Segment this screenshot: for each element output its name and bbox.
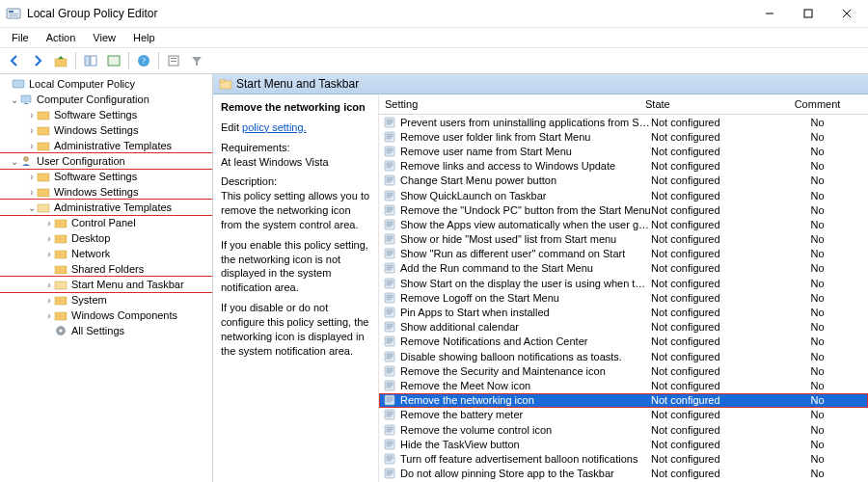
menu-view[interactable]: View xyxy=(85,30,123,45)
col-comment[interactable]: Comment xyxy=(761,98,868,110)
tree-root[interactable]: Local Computer Policy xyxy=(0,76,212,92)
policy-comment: No xyxy=(767,321,868,333)
tree-user-configuration[interactable]: ⌄User Configuration xyxy=(0,153,212,169)
detail-heading: Remove the networking icon xyxy=(221,100,370,115)
svg-rect-60 xyxy=(387,207,393,208)
forward-button[interactable] xyxy=(27,50,48,71)
policy-row[interactable]: Remove Logoff on the Start MenuNot confi… xyxy=(379,290,868,305)
policy-icon xyxy=(383,204,396,216)
tree-desktop[interactable]: ›Desktop xyxy=(0,230,212,246)
tree-system[interactable]: ›System xyxy=(0,292,212,308)
help-button[interactable]: ? xyxy=(133,50,154,71)
svg-rect-26 xyxy=(55,251,67,258)
menu-action[interactable]: Action xyxy=(39,30,84,45)
svg-rect-16 xyxy=(24,103,28,104)
policy-state: Not configured xyxy=(651,262,767,274)
policy-name: Show Start on the display the user is us… xyxy=(398,278,651,289)
policy-row[interactable]: Show Start on the display the user is us… xyxy=(379,276,868,290)
policy-row[interactable]: Turn off feature advertisement balloon n… xyxy=(379,451,868,466)
back-button[interactable] xyxy=(4,50,25,71)
svg-rect-73 xyxy=(387,253,393,254)
svg-rect-94 xyxy=(387,328,391,329)
tree-uc-windows-settings[interactable]: ›Windows Settings xyxy=(0,184,212,200)
policy-row[interactable]: Change Start Menu power buttonNot config… xyxy=(379,174,868,188)
policy-row[interactable]: Remove user folder link from Start MenuN… xyxy=(379,129,868,144)
policy-state: Not configured xyxy=(651,468,767,479)
maximize-button[interactable] xyxy=(789,0,827,27)
edit-policy-link[interactable]: policy setting. xyxy=(242,121,307,133)
policy-state: Not configured xyxy=(651,439,767,450)
policy-row[interactable]: Remove the volume control iconNot config… xyxy=(379,422,868,437)
properties-button[interactable] xyxy=(163,50,184,71)
tree-control-panel[interactable]: ›Control Panel xyxy=(0,215,212,230)
policy-row[interactable]: Show additional calendarNot configuredNo xyxy=(379,320,868,335)
tree-shared-folders[interactable]: Shared Folders xyxy=(0,261,212,277)
policy-row[interactable]: Prevent users from uninstalling applicat… xyxy=(379,115,868,129)
up-button[interactable] xyxy=(50,50,71,71)
requirements-value: At least Windows Vista xyxy=(221,156,329,168)
tree-uc-admin-templates[interactable]: ⌄Administrative Templates xyxy=(0,200,212,215)
policy-row[interactable]: Remove the battery meterNot configuredNo xyxy=(379,408,868,422)
policy-row[interactable]: Remove the Meet Now iconNot configuredNo xyxy=(379,378,868,392)
refresh-button[interactable] xyxy=(103,50,124,71)
policy-row[interactable]: Pin Apps to Start when installedNot conf… xyxy=(379,305,868,319)
policy-comment: No xyxy=(767,439,868,450)
svg-rect-54 xyxy=(387,181,391,182)
minimize-button[interactable] xyxy=(750,0,789,27)
svg-rect-113 xyxy=(387,399,393,400)
svg-rect-65 xyxy=(387,224,393,225)
svg-rect-28 xyxy=(55,281,67,289)
tree-cc-windows-settings[interactable]: ›Windows Settings xyxy=(0,122,212,138)
policy-comment: No xyxy=(767,335,868,347)
policy-state: Not configured xyxy=(651,453,767,465)
close-button[interactable] xyxy=(827,0,866,27)
svg-rect-27 xyxy=(55,266,67,274)
svg-rect-105 xyxy=(387,370,393,371)
description-label: Description: xyxy=(221,175,277,187)
svg-rect-36 xyxy=(387,120,393,120)
policy-row[interactable]: Disable showing balloon notifications as… xyxy=(379,349,868,363)
policy-row[interactable]: Remove the networking iconNot configured… xyxy=(379,393,868,408)
policy-comment: No xyxy=(767,174,868,186)
policy-row[interactable]: Remove user name from Start MenuNot conf… xyxy=(379,144,868,158)
menu-file[interactable]: File xyxy=(4,30,37,45)
col-setting[interactable]: Setting xyxy=(379,98,639,110)
policy-comment: No xyxy=(767,307,868,318)
svg-rect-110 xyxy=(387,387,391,388)
svg-rect-120 xyxy=(387,427,393,428)
tree-windows-components[interactable]: ›Windows Components xyxy=(0,308,212,323)
console-tree[interactable]: Local Computer Policy ⌄Computer Configur… xyxy=(0,74,213,482)
policy-row[interactable]: Do not allow pinning Store app to the Ta… xyxy=(379,467,868,481)
filter-button[interactable] xyxy=(186,50,207,71)
svg-rect-42 xyxy=(387,138,391,139)
policy-row[interactable]: Hide the TaskView buttonNot configuredNo xyxy=(379,437,868,451)
menu-help[interactable]: Help xyxy=(125,30,163,45)
tree-uc-software-settings[interactable]: ›Software Settings xyxy=(0,169,212,184)
policy-row[interactable]: Add the Run command to the Start MenuNot… xyxy=(379,261,868,276)
svg-rect-74 xyxy=(387,254,391,255)
tree-cc-software-settings[interactable]: ›Software Settings xyxy=(0,107,212,122)
svg-rect-100 xyxy=(387,354,393,355)
policy-name: Remove the battery meter xyxy=(398,409,523,420)
col-state[interactable]: State xyxy=(639,98,761,110)
tree-all-settings[interactable]: All Settings xyxy=(0,323,212,338)
policy-row[interactable]: Show QuickLaunch on TaskbarNot configure… xyxy=(379,188,868,202)
show-hide-tree-button[interactable] xyxy=(80,50,101,71)
policy-row[interactable]: Show the Apps view automatically when th… xyxy=(379,217,868,231)
policy-row[interactable]: Show or hide "Most used" list from Start… xyxy=(379,232,868,247)
policy-comment: No xyxy=(767,248,868,259)
policy-row[interactable]: Remove the "Undock PC" button from the S… xyxy=(379,202,868,217)
svg-rect-18 xyxy=(38,127,49,135)
tree-start-menu-taskbar[interactable]: ›Start Menu and Taskbar xyxy=(0,277,212,292)
policy-row[interactable]: Show "Run as different user" command on … xyxy=(379,247,868,261)
svg-rect-108 xyxy=(387,383,393,384)
svg-rect-109 xyxy=(387,385,393,386)
policy-row[interactable]: Remove Notifications and Action CenterNo… xyxy=(379,335,868,349)
tree-computer-configuration[interactable]: ⌄Computer Configuration xyxy=(0,92,212,107)
policy-row[interactable]: Remove the Security and Maintenance icon… xyxy=(379,363,868,378)
policy-comment: No xyxy=(767,190,868,201)
policy-row[interactable]: Remove links and access to Windows Updat… xyxy=(379,159,868,174)
tree-network[interactable]: ›Network xyxy=(0,246,212,261)
column-headers[interactable]: Setting State Comment xyxy=(379,94,868,115)
tree-cc-admin-templates[interactable]: ›Administrative Templates xyxy=(0,138,212,153)
